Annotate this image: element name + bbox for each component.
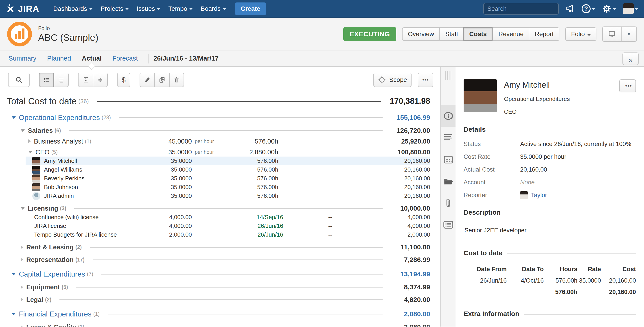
- category-row[interactable]: Loans & Credits(1) 2,080.00: [7, 323, 430, 327]
- rail-tab-worklog[interactable]: [441, 214, 456, 236]
- nav-menu-dashboards[interactable]: Dashboards: [49, 0, 96, 18]
- panel-more-button[interactable]: •••: [619, 79, 636, 92]
- expand-caret-icon[interactable]: [21, 298, 23, 302]
- tab-report[interactable]: Report: [529, 27, 560, 41]
- double-chevron-up-icon: [627, 30, 631, 38]
- collapse-caret-icon[interactable]: [12, 313, 16, 315]
- jira-logo[interactable]: JIRA: [6, 4, 39, 14]
- delete-button[interactable]: [169, 73, 184, 87]
- tab-overview[interactable]: Overview: [402, 27, 440, 41]
- tab-costs[interactable]: Costs: [463, 27, 492, 41]
- expand-caret-icon[interactable]: [21, 245, 23, 249]
- expand-caret-icon[interactable]: [21, 325, 23, 327]
- nav-menu-boards[interactable]: Boards: [196, 0, 230, 18]
- edit-button[interactable]: [140, 73, 154, 87]
- person-row-beverly-perkins[interactable]: Beverly Perkins 35.0000 576.00h 20,160.0…: [26, 174, 430, 183]
- ellipsis-icon: •••: [422, 77, 429, 82]
- collapse-caret-icon[interactable]: [12, 116, 16, 119]
- position-row[interactable]: CEO(5) 35.0000 per hour 2,880.00h 100,80…: [7, 148, 430, 157]
- currency-button[interactable]: $: [117, 73, 130, 87]
- expense-item-row[interactable]: Tempo Budgets for JIRA license 2,000.00 …: [7, 230, 430, 239]
- list-box-icon: [443, 221, 454, 229]
- person-row-bob-johnson[interactable]: Bob Johnson 35.0000 576.00h 20,160.00: [26, 183, 430, 192]
- rail-tab-attachments[interactable]: [441, 192, 456, 214]
- search-input[interactable]: [488, 5, 567, 12]
- create-button[interactable]: Create: [235, 2, 266, 15]
- nav-menu-projects[interactable]: Projects: [96, 0, 132, 18]
- collapse-caret-icon[interactable]: [12, 273, 16, 276]
- filter-search-button[interactable]: [8, 73, 30, 87]
- view-tabs: Overview Staff Costs Revenue Report: [402, 27, 560, 41]
- tab-revenue[interactable]: Revenue: [492, 27, 529, 41]
- collapse-caret-icon[interactable]: [21, 207, 25, 210]
- person-role: CEO: [504, 108, 570, 115]
- category-row[interactable]: Equipment(5) 8,374.99: [7, 283, 430, 292]
- person-row-angel-williams[interactable]: Angel Williams 35.0000 576.00h 20,160.00: [26, 165, 430, 174]
- chevron-down-icon: [613, 8, 616, 10]
- expand-rows-icon: [82, 76, 89, 84]
- expand-caret-icon[interactable]: [21, 285, 23, 289]
- category-row[interactable]: Legal(2) 4,820.00: [7, 295, 430, 304]
- crosshair-icon: [378, 76, 386, 84]
- category-row[interactable]: Representation(17) 7,286.99: [7, 255, 430, 264]
- panel-resize-handle[interactable]: [445, 70, 451, 80]
- rail-tab-calendar[interactable]: [441, 148, 456, 170]
- category-row[interactable]: Salaries(6) 126,720.00: [7, 126, 430, 135]
- subtab-forecast[interactable]: Forecast: [107, 50, 143, 66]
- presentation-mode-button[interactable]: [602, 26, 621, 42]
- category-row[interactable]: Capital Expenditures(7) 13,194.99: [7, 269, 430, 279]
- category-row[interactable]: Rent & Leasing(2) 11,100.00: [7, 243, 430, 252]
- person-group: Operational Expenditures: [504, 95, 570, 102]
- indented-list-icon: [58, 76, 64, 84]
- help-menu[interactable]: ?: [582, 4, 595, 13]
- expense-item-row[interactable]: JIRA license 4,000.00 26/Jun/16 -- 4,000…: [7, 222, 430, 230]
- expand-caret-icon[interactable]: [21, 258, 23, 262]
- copy-move-button[interactable]: [154, 73, 169, 87]
- info-icon: [443, 111, 454, 120]
- folio-dropdown[interactable]: Folio: [565, 27, 596, 41]
- subtab-planned[interactable]: Planned: [42, 50, 76, 66]
- category-row[interactable]: Operational Expenditures(28) 155,106.99: [7, 113, 430, 122]
- category-row[interactable]: Licensing(3) 10,000.00: [7, 204, 430, 213]
- grouped-view-button[interactable]: [54, 73, 69, 87]
- expand-panel-button[interactable]: »: [622, 52, 638, 65]
- subtab-summary[interactable]: Summary: [3, 50, 42, 66]
- nav-menu-issues[interactable]: Issues: [132, 0, 164, 18]
- announcements-button[interactable]: [566, 4, 575, 13]
- rail-tab-folder[interactable]: [441, 170, 456, 192]
- category-row[interactable]: Financial Expenditures(1) 2,080.00: [7, 309, 430, 319]
- collapse-header-button[interactable]: [621, 26, 637, 42]
- rail-tab-info[interactable]: [441, 105, 456, 127]
- gear-icon: [602, 4, 612, 14]
- search-icon: [15, 76, 23, 84]
- subtab-actual[interactable]: Actual: [76, 50, 107, 66]
- expand-caret-icon[interactable]: [28, 139, 31, 143]
- expense-item-row[interactable]: Confluence (wiki) license 4,000.00 14/Se…: [7, 213, 430, 222]
- copy-icon: [159, 76, 165, 84]
- tab-staff[interactable]: Staff: [439, 27, 463, 41]
- collapse-all-button[interactable]: [93, 73, 108, 87]
- settings-menu[interactable]: [602, 4, 616, 14]
- nav-menu-tempo[interactable]: Tempo: [164, 0, 196, 18]
- reporter-link[interactable]: Taylor: [531, 192, 547, 199]
- search-box[interactable]: [483, 3, 559, 14]
- collapse-caret-icon[interactable]: [21, 129, 25, 132]
- cost-to-date-table: Date From Date To Hours Rate Cost 26/Jun…: [464, 266, 636, 296]
- person-row-amy-mitchell[interactable]: Amy Mitchell 35.0000 576.00h 20,160.00: [26, 157, 430, 165]
- cost-to-date-section-heading: Cost to date: [464, 249, 636, 257]
- rail-tab-description[interactable]: [441, 127, 456, 148]
- description-text: Senior J2EE developer: [464, 227, 636, 234]
- help-icon: ?: [582, 4, 590, 13]
- scope-button[interactable]: Scope: [374, 73, 411, 87]
- list-view-button[interactable]: [39, 73, 54, 87]
- table-total-row: 576.00h 20,160.00: [464, 289, 636, 296]
- more-options-button[interactable]: •••: [418, 73, 433, 87]
- expand-all-button[interactable]: [78, 73, 93, 87]
- jira-logo-icon: [6, 4, 16, 14]
- position-row[interactable]: Business Analyst(1) 45.0000 per hour 576…: [7, 137, 430, 146]
- collapse-caret-icon[interactable]: [28, 151, 32, 153]
- user-menu[interactable]: [623, 3, 638, 14]
- reporter-avatar: [520, 191, 528, 199]
- cost-toolbar: $: [0, 67, 440, 91]
- person-row-jira-admin[interactable]: JIRA admin 35.0000 576.00h 20,160.00: [26, 192, 430, 200]
